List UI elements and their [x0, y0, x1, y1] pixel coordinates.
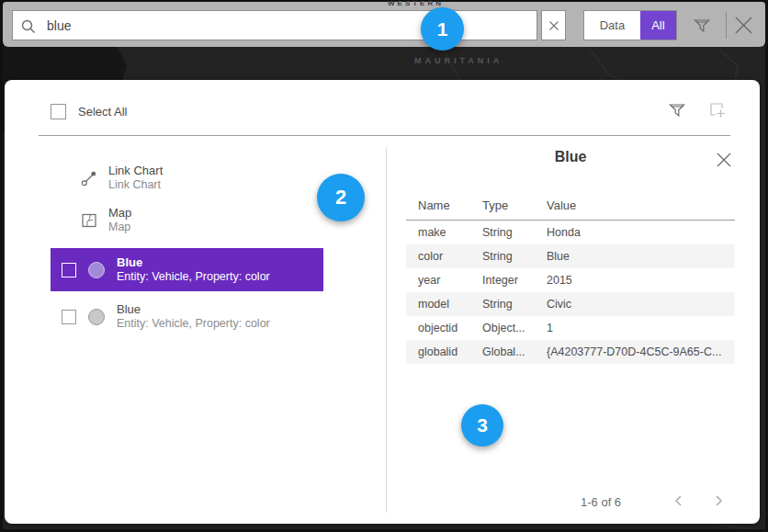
table-row: make String Honda: [406, 221, 735, 244]
table-row: color String Blue: [406, 244, 735, 268]
search-results-dialog: Select All Link Chart Link Chart Map Map: [5, 80, 760, 524]
attr-name: make: [418, 226, 446, 239]
attr-type: String: [482, 298, 513, 311]
attr-value: 2015: [547, 274, 572, 287]
table-row: objectid Object... 1: [406, 316, 735, 340]
pagination-prev-icon[interactable]: [672, 493, 685, 508]
header-divider: [39, 135, 730, 136]
column-header-name: Name: [418, 198, 450, 212]
result-item-blue-selected[interactable]: Blue Entity: Vehicle, Property: color: [51, 248, 323, 291]
result-subtitle: Entity: Vehicle, Property: color: [117, 317, 270, 331]
attribute-table-header: Name Type Value: [406, 198, 735, 217]
attr-type: String: [482, 250, 513, 263]
filter-icon[interactable]: [693, 17, 711, 35]
result-subtitle: Entity: Vehicle, Property: color: [117, 270, 270, 284]
attr-type: Integer: [482, 274, 518, 287]
pagination-next-icon[interactable]: [712, 493, 725, 508]
toggle-option-data[interactable]: Data: [584, 11, 640, 40]
panel-divider: [386, 147, 387, 513]
link-chart-icon: [81, 170, 97, 187]
toolbar-divider: [726, 12, 727, 39]
result-subtitle: Map: [108, 221, 131, 234]
select-all-checkbox[interactable]: [51, 104, 66, 119]
attr-type: String: [482, 226, 513, 239]
attr-name: globalid: [418, 345, 457, 358]
callout-badge-1: 1: [421, 7, 464, 51]
attr-value: 1: [547, 322, 553, 334]
table-row: year Integer 2015: [406, 268, 735, 292]
detail-close-icon[interactable]: [716, 152, 732, 168]
attr-type: Object...: [482, 322, 525, 334]
entity-dot-icon: [88, 309, 105, 325]
result-checkbox[interactable]: [62, 310, 76, 324]
attr-type: Global...: [482, 345, 525, 358]
column-header-value: Value: [547, 198, 576, 212]
callout-badge-3: 3: [461, 404, 503, 447]
table-row: model String Civic: [406, 292, 735, 316]
result-checkbox[interactable]: [62, 263, 76, 277]
column-header-type: Type: [482, 198, 508, 212]
search-icon: [21, 19, 36, 34]
attr-name: model: [418, 298, 449, 311]
map-label-western: WESTERN: [388, 0, 444, 7]
close-search-icon[interactable]: [733, 15, 754, 36]
map-icon: [81, 212, 97, 229]
add-to-selection-icon[interactable]: [708, 101, 727, 119]
result-title: Blue: [117, 255, 270, 270]
map-label-mauritania: MAURITANIA: [414, 56, 503, 65]
attr-value: {A4203777-D70D-4C5C-9A65-C...: [547, 345, 721, 358]
attr-value: Blue: [547, 250, 570, 263]
clear-icon: [548, 20, 559, 31]
clear-search-button[interactable]: [541, 10, 566, 40]
pagination-label: 1-6 of 6: [581, 495, 621, 509]
result-title: Blue: [117, 302, 270, 317]
result-item-map[interactable]: Map Map: [51, 203, 323, 238]
attr-value: Honda: [547, 226, 581, 239]
attr-name: color: [418, 250, 443, 263]
attr-name: objectid: [418, 322, 457, 334]
select-all-label: Select All: [78, 105, 127, 119]
results-filter-icon[interactable]: [668, 101, 686, 119]
table-row: globalid Global... {A4203777-D70D-4C5C-9…: [406, 340, 735, 364]
result-title: Map: [108, 206, 131, 221]
search-toolbar: Data All: [3, 2, 765, 47]
detail-title: Blue: [406, 149, 735, 165]
callout-badge-2: 2: [317, 174, 365, 221]
result-item-link-chart[interactable]: Link Chart Link Chart: [51, 161, 323, 196]
result-subtitle: Link Chart: [108, 178, 163, 192]
attr-value: Civic: [547, 298, 571, 311]
entity-dot-icon: [88, 262, 105, 278]
result-title: Link Chart: [108, 164, 163, 178]
result-item-blue[interactable]: Blue Entity: Vehicle, Property: color: [51, 297, 323, 337]
scope-toggle: Data All: [583, 10, 677, 40]
attr-name: year: [418, 274, 440, 287]
toggle-option-all[interactable]: All: [640, 11, 676, 40]
